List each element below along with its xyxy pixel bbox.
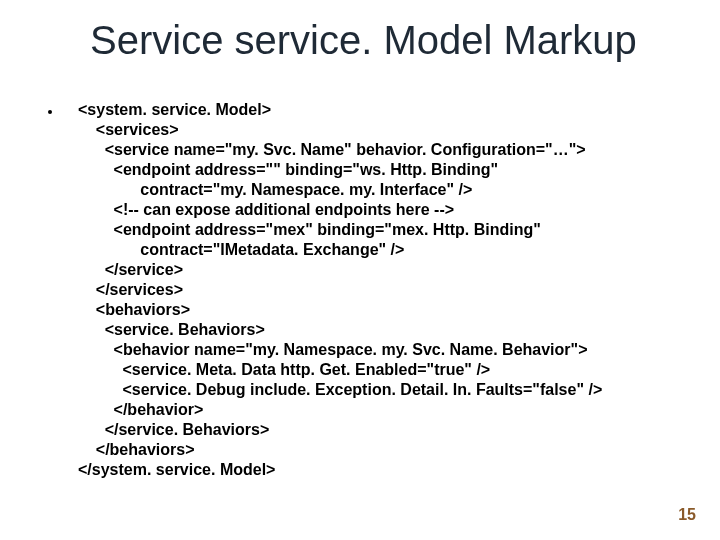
page-number: 15 — [678, 506, 696, 524]
slide: Service service. Model Markup <system. s… — [0, 0, 720, 540]
slide-title: Service service. Model Markup — [90, 18, 680, 62]
bullet-item: <system. service. Model> <services> <ser… — [48, 100, 680, 480]
code-block: <system. service. Model> <services> <ser… — [78, 100, 602, 480]
bullet-icon — [48, 110, 52, 114]
slide-body: <system. service. Model> <services> <ser… — [48, 100, 680, 480]
